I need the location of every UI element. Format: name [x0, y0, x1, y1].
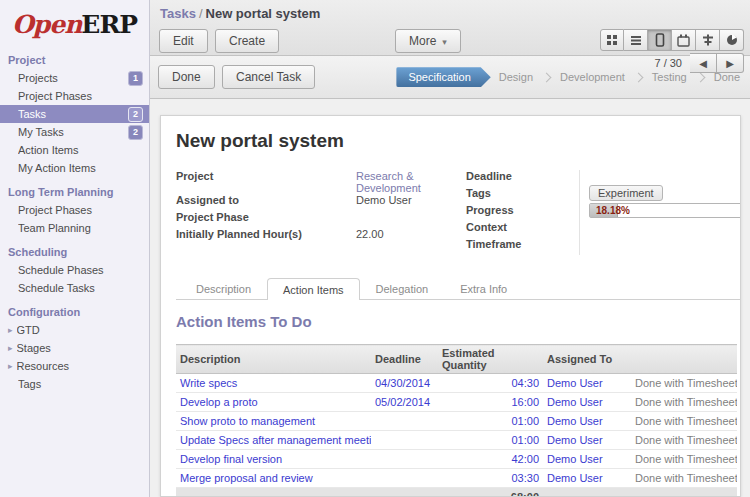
cell-quantity[interactable]: 42:00	[438, 450, 543, 469]
sidebar-item-schedule-tasks[interactable]: Schedule Tasks	[0, 279, 149, 297]
progress-bar: 18.18%	[589, 203, 741, 218]
calendar-view-button[interactable]	[672, 29, 696, 51]
create-button[interactable]: Create	[215, 29, 279, 53]
list-view-button[interactable]	[624, 29, 648, 51]
count-badge: 2	[128, 107, 143, 122]
sidebar-item-project-phases[interactable]: Project Phases	[0, 201, 149, 219]
field-label-tags: Tags	[466, 187, 579, 199]
sidebar-item-label: Stages	[17, 343, 145, 354]
openerp-logo[interactable]: OpenERP	[0, 0, 149, 45]
done-with-timesheet-button[interactable]: Done with Timesheet	[631, 374, 737, 393]
kanban-view-button[interactable]	[600, 29, 624, 51]
sidebar-item-my-action-items[interactable]: My Action Items	[0, 159, 149, 177]
field-row-context: Context	[466, 221, 741, 238]
sidebar-item-projects[interactable]: Projects1	[0, 69, 149, 87]
done-button[interactable]: Done	[158, 65, 215, 89]
sidebar-item-label: Tasks	[18, 109, 128, 120]
cell-deadline[interactable]	[371, 431, 438, 450]
table-footer: 68:00	[176, 488, 737, 497]
sidebar-item-label: Team Planning	[18, 223, 145, 234]
cell-deadline[interactable]	[371, 450, 438, 469]
field-value-assigned-to: Demo User	[356, 194, 466, 211]
sidebar-item-resources[interactable]: ▸Resources	[0, 357, 149, 375]
arrow-left-icon: ◀	[699, 58, 707, 69]
cell-assigned[interactable]: Demo User	[543, 431, 631, 450]
stage-testing[interactable]: Testing	[652, 71, 687, 83]
cell-quantity[interactable]: 01:00	[438, 412, 543, 431]
done-with-timesheet-button[interactable]: Done with Timesheet	[631, 393, 737, 412]
cell-description[interactable]: Develop a proto	[176, 393, 371, 412]
stage-done[interactable]: Done	[714, 71, 740, 83]
form-view-button[interactable]	[648, 29, 672, 51]
quantity-total: 68:00	[438, 488, 543, 497]
cell-quantity[interactable]: 16:00	[438, 393, 543, 412]
cell-assigned[interactable]: Demo User	[543, 374, 631, 393]
sidebar-item-label: Schedule Tasks	[18, 283, 145, 294]
sidebar-item-label: Resources	[17, 361, 145, 372]
more-button[interactable]: More▾	[395, 29, 461, 53]
sidebar-item-project-phases[interactable]: Project Phases	[0, 87, 149, 105]
cell-description[interactable]: Update Specs after management meeting	[176, 431, 371, 450]
field-label-progress: Progress	[466, 204, 579, 216]
stage-development[interactable]: Development	[560, 71, 625, 83]
sidebar-item-tasks[interactable]: Tasks2	[0, 105, 149, 123]
pager-next-button[interactable]: ▶	[717, 53, 744, 73]
done-with-timesheet-button[interactable]: Done with Timesheet	[631, 412, 737, 431]
main-area: Tasks/New portal system Edit Create More…	[150, 0, 750, 497]
stage-specification[interactable]: Specification	[396, 67, 490, 87]
sidebar-item-label: My Tasks	[18, 127, 128, 138]
sidebar-item-schedule-phases[interactable]: Schedule Phases	[0, 261, 149, 279]
sidebar-item-team-planning[interactable]: Team Planning	[0, 219, 149, 237]
task-row: Merge proposal and review03:30Demo UserD…	[176, 469, 737, 488]
cell-assigned[interactable]: Demo User	[543, 393, 631, 412]
field-value-project[interactable]: Research & Development	[356, 170, 466, 194]
stage-design[interactable]: Design	[499, 71, 533, 83]
sidebar-item-tags[interactable]: Tags	[0, 375, 149, 393]
task-row: Update Specs after management meeting01:…	[176, 431, 737, 450]
field-value-tags: Experiment	[579, 187, 741, 204]
cell-description[interactable]: Develop final version	[176, 450, 371, 469]
cell-description[interactable]: Merge proposal and review	[176, 469, 371, 488]
sidebar-item-action-items[interactable]: Action Items	[0, 141, 149, 159]
breadcrumb-parent[interactable]: Tasks	[160, 6, 196, 21]
sidebar-item-my-tasks[interactable]: My Tasks2	[0, 123, 149, 141]
tag-experiment[interactable]: Experiment	[589, 185, 663, 201]
done-with-timesheet-button[interactable]: Done with Timesheet	[631, 431, 737, 450]
field-label-deadline: Deadline	[466, 170, 579, 182]
cell-quantity[interactable]: 01:00	[438, 431, 543, 450]
breadcrumb: Tasks/New portal system	[150, 0, 750, 21]
cell-description[interactable]: Write specs	[176, 374, 371, 393]
cancel-task-button[interactable]: Cancel Task	[222, 65, 315, 89]
cell-deadline[interactable]: 05/02/2014	[371, 393, 438, 412]
cell-quantity[interactable]: 04:30	[438, 374, 543, 393]
chevron-right-icon: ▸	[8, 325, 13, 336]
cell-deadline[interactable]: 04/30/2014	[371, 374, 438, 393]
tab-action-items[interactable]: Action Items	[267, 278, 360, 300]
gantt-view-button[interactable]	[696, 29, 720, 51]
workflow-buttons: Done Cancel Task	[158, 65, 319, 89]
tab-extra-info[interactable]: Extra Info	[444, 277, 523, 299]
cell-quantity[interactable]: 03:30	[438, 469, 543, 488]
cell-assigned[interactable]: Demo User	[543, 469, 631, 488]
tab-delegation[interactable]: Delegation	[360, 277, 445, 299]
done-with-timesheet-button[interactable]: Done with Timesheet	[631, 450, 737, 469]
view-switcher	[600, 29, 744, 51]
cell-deadline[interactable]	[371, 412, 438, 431]
cell-assigned[interactable]: Demo User	[543, 412, 631, 431]
sidebar-item-label: My Action Items	[18, 163, 145, 174]
task-row: Develop a proto05/02/201416:00Demo UserD…	[176, 393, 737, 412]
cell-deadline[interactable]	[371, 469, 438, 488]
count-badge: 1	[128, 71, 143, 86]
field-label-project: Project	[176, 170, 356, 182]
field-groups: ProjectResearch & DevelopmentAssigned to…	[176, 170, 740, 255]
field-row-tags: TagsExperiment	[466, 187, 741, 204]
cell-description[interactable]: Show proto to management	[176, 412, 371, 431]
graph-view-button[interactable]	[720, 29, 744, 51]
sidebar-item-stages[interactable]: ▸Stages	[0, 339, 149, 357]
tab-description[interactable]: Description	[180, 277, 267, 299]
done-with-timesheet-button[interactable]: Done with Timesheet	[631, 469, 737, 488]
sidebar-item-gtd[interactable]: ▸GTD	[0, 321, 149, 339]
cell-assigned[interactable]: Demo User	[543, 450, 631, 469]
edit-button[interactable]: Edit	[159, 29, 208, 53]
pager-prev-button[interactable]: ◀	[690, 53, 717, 73]
